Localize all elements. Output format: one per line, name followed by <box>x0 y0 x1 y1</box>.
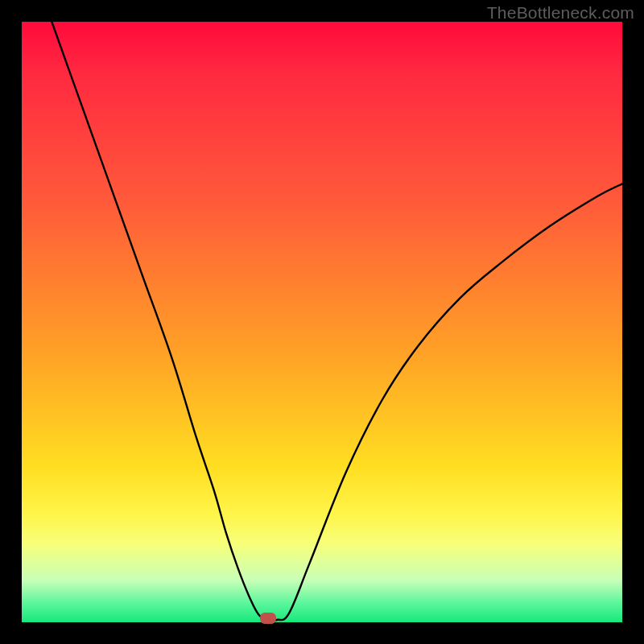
chart-frame: TheBottleneck.com <box>0 0 644 644</box>
optimum-marker <box>260 613 276 624</box>
bottleneck-curve <box>52 22 622 621</box>
curve-layer <box>22 22 622 622</box>
watermark-text: TheBottleneck.com <box>487 3 634 23</box>
